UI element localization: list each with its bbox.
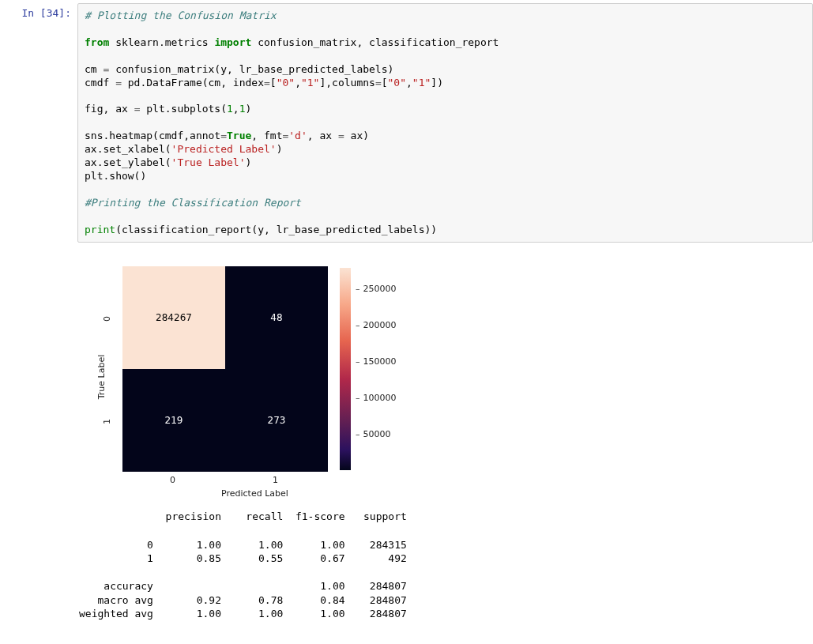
code-text: , — [295, 77, 301, 89]
module-name: sklearn.metrics — [115, 36, 208, 48]
code-text: [ — [270, 77, 277, 89]
cbar-tick-100000: 100000 — [356, 393, 397, 403]
cbar-tick-50000: 50000 — [356, 429, 391, 439]
output-area: True Label 0 1 284267 48 219 273 0 1 Pre… — [71, 246, 813, 620]
str: "0" — [388, 77, 406, 89]
x-axis-label: Predicted Label — [221, 488, 288, 499]
code-comment: #Printing the Classification Report — [85, 197, 301, 209]
import-names: confusion_matrix, classification_report — [258, 36, 499, 48]
classification-report: precision recall f1-score support 0 1.00… — [79, 510, 813, 620]
cbar-tick-150000: 150000 — [356, 356, 397, 367]
heatmap-grid: 284267 48 219 273 — [122, 266, 328, 472]
code-text: cmdf — [85, 77, 115, 89]
code-text: confusion_matrix(y, lr_base_predicted_la… — [109, 63, 393, 75]
y-tick-0: 0 — [102, 316, 112, 322]
code-text: sns.heatmap(cmdf,annot — [85, 130, 220, 141]
code-text: , ax — [307, 130, 338, 141]
code-text: ) — [246, 103, 252, 115]
num: 1 — [227, 103, 233, 115]
str: 'Predicted Label' — [171, 143, 277, 155]
code-text: ]) — [431, 77, 443, 89]
hm-cell-00: 284267 — [122, 266, 225, 369]
hm-cell-10: 219 — [122, 369, 225, 472]
code-text: ax.set_xlabel( — [85, 143, 171, 155]
report-macro-avg: macro avg 0.92 0.78 0.84 284807 — [79, 594, 407, 606]
confusion-matrix-figure: True Label 0 1 284267 48 219 273 0 1 Pre… — [79, 250, 474, 503]
code-text: pd.DataFrame(cm, index — [122, 77, 264, 89]
code-text: ) — [277, 143, 283, 155]
code-text: , fmt — [251, 130, 282, 141]
report-header: precision recall f1-score support — [79, 510, 407, 522]
colorbar — [340, 268, 351, 470]
code-text: (classification_report(y, lr_base_predic… — [115, 224, 437, 235]
hm-cell-01: 48 — [225, 266, 328, 369]
y-ticks: 0 1 — [104, 266, 119, 472]
num: 1 — [239, 103, 246, 115]
op-eq: = — [375, 77, 382, 89]
x-ticks: 0 1 — [122, 475, 328, 488]
code-text: [ — [382, 77, 388, 89]
kw-true: True — [227, 130, 251, 141]
x-tick-0: 0 — [170, 475, 175, 485]
str: "1" — [412, 77, 431, 89]
builtin-print: print — [85, 224, 115, 235]
report-accuracy: accuracy 1.00 284807 — [79, 580, 407, 592]
x-tick-1: 1 — [273, 475, 278, 485]
input-prompt: In [34]: — [0, 3, 77, 23]
code-text: plt.show() — [85, 170, 146, 182]
str: 'd' — [288, 130, 307, 141]
hm-cell-11: 273 — [225, 369, 328, 472]
kw-import: import — [214, 36, 251, 48]
report-row-0: 0 1.00 1.00 1.00 284315 — [79, 539, 407, 551]
op-eq: = — [338, 130, 344, 141]
code-text: ) — [246, 156, 252, 168]
code-text: cm — [85, 63, 103, 75]
kw-from: from — [85, 36, 109, 48]
y-tick-1: 1 — [102, 419, 112, 424]
code-text: ax) — [344, 130, 369, 141]
report-weighted-avg: weighted avg 1.00 1.00 1.00 284807 — [79, 608, 407, 620]
code-text: fig, ax — [85, 103, 134, 115]
code-text: ],columns — [319, 77, 375, 89]
op-eq: = — [264, 77, 270, 89]
colorbar-ticks: 250000 200000 150000 100000 50000 — [356, 268, 411, 470]
code-cell: In [34]: # Plotting the Confusion Matrix… — [0, 0, 813, 246]
op-eq: = — [115, 77, 122, 89]
report-row-1: 1 0.85 0.55 0.67 492 — [79, 552, 407, 564]
code-text: , — [233, 103, 239, 115]
code-text: plt.subplots( — [140, 103, 227, 115]
cbar-tick-200000: 200000 — [356, 320, 397, 330]
code-text: ax.set_ylabel( — [85, 156, 171, 168]
cbar-tick-250000: 250000 — [356, 284, 397, 294]
code-comment: # Plotting the Confusion Matrix — [85, 9, 277, 21]
code-text: , — [406, 77, 412, 89]
str: 'True Label' — [171, 156, 246, 168]
str: "0" — [277, 77, 295, 89]
code-input[interactable]: # Plotting the Confusion Matrix from skl… — [77, 3, 813, 243]
str: "1" — [301, 77, 319, 89]
op-eq: = — [220, 130, 227, 141]
